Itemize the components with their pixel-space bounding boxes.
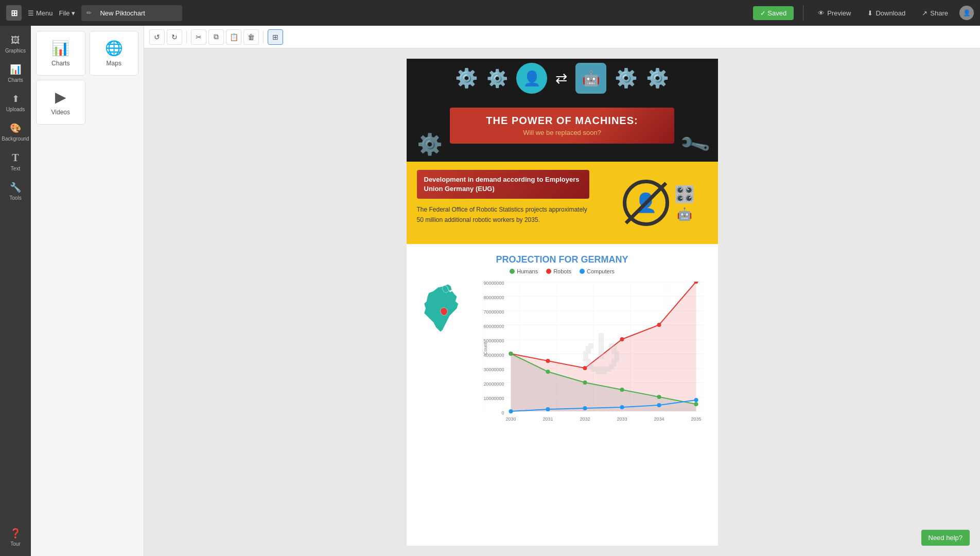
no-entry-icon: 👤	[623, 180, 669, 226]
svg-point-24	[509, 352, 513, 356]
legend-robots-dot	[546, 269, 551, 274]
title-banner: THE POWER OF MACHINES: Will we be replac…	[450, 108, 674, 144]
grid-button[interactable]: ⊞	[268, 29, 283, 45]
legend-humans-dot	[510, 269, 515, 274]
document-title-input[interactable]	[95, 7, 177, 19]
svg-point-22	[657, 323, 661, 327]
charts-icon: 📊	[10, 64, 21, 75]
svg-point-31	[546, 407, 550, 411]
infographic-header: ⚙️ ⚙️ 👤 ⇄ 🤖 ⚙️ ⚙️ THE POWER OF MACHINES:…	[407, 59, 718, 162]
robot-small-icon: 🤖	[677, 207, 692, 221]
tour-icon: ❓	[10, 528, 21, 539]
chart-legend: Humans Robots Computers	[417, 268, 708, 274]
wrench-icon: 🔧	[677, 128, 712, 162]
europe-map	[417, 282, 474, 428]
svg-point-30	[509, 409, 513, 413]
svg-point-33	[620, 405, 624, 409]
sidebar-item-graphics[interactable]: 🖼 Graphics	[1, 31, 30, 58]
svg-text:⏻: ⏻	[580, 332, 621, 378]
svg-point-19	[546, 359, 550, 363]
svg-point-35	[694, 398, 698, 402]
gear-icon-4: ⚙️	[646, 67, 669, 89]
panel-item-videos[interactable]: ▶ Videos	[36, 80, 85, 125]
sidebar-item-background[interactable]: 🎨 Background	[1, 118, 30, 146]
redo-button[interactable]: ↻	[167, 29, 182, 45]
svg-point-28	[657, 395, 661, 399]
svg-text:20000000: 20000000	[483, 381, 504, 387]
infographic-yellow-section: Development in demand according to Emplo…	[407, 162, 718, 244]
gear-icon-2: ⚙️	[486, 68, 508, 89]
panel-videos-icon: ▶	[55, 89, 66, 106]
need-help-button[interactable]: Need help?	[921, 530, 970, 546]
yellow-right: 👤 🎛️ 🤖	[600, 162, 718, 244]
gear-icon-3: ⚙️	[615, 67, 638, 89]
share-button[interactable]: ↗ Share	[917, 6, 953, 20]
uploads-icon: ⬆	[12, 93, 20, 105]
graphics-icon: 🖼	[11, 35, 20, 46]
svg-text:2033: 2033	[617, 416, 627, 422]
panel-item-charts[interactable]: 📊 Charts	[36, 31, 85, 76]
background-icon: 🎨	[10, 123, 21, 134]
sidebar: 🖼 Graphics 📊 Charts ⬆ Uploads 🎨 Backgrou…	[0, 26, 31, 556]
panel-grid: 📊 Charts 🌐 Maps ▶ Videos	[31, 26, 144, 130]
canvas-scroll[interactable]: ⚙️ ⚙️ 👤 ⇄ 🤖 ⚙️ ⚙️ THE POWER OF MACHINES:…	[144, 48, 980, 556]
sidebar-item-tour[interactable]: ❓ Tour	[1, 524, 30, 551]
sliders-icon: 🎛️	[674, 184, 695, 204]
infographic-chart-section: PROJECTION FOR GERMANY Humans Robots	[407, 244, 718, 438]
chart-svg: 90000000 80000000 70000000 60000000 5000…	[479, 282, 708, 426]
sidebar-item-charts[interactable]: 📊 Charts	[1, 60, 30, 87]
preview-button[interactable]: 👁 Preview	[813, 6, 856, 20]
topbar: ⊞ ☰ Menu File ▾ ✏ ✓ Saved 👁 Preview ⬇ Do…	[0, 0, 980, 26]
delete-button[interactable]: 🗑	[243, 29, 259, 45]
canvas-area: ↺ ↻ ✂ ⧉ 📋 🗑 ⊞ ⚙️ ⚙️ 👤 ⇄	[144, 26, 980, 556]
svg-text:Count: Count	[482, 342, 487, 355]
panel-maps-icon: 🌐	[105, 40, 123, 57]
toolbar: ↺ ↻ ✂ ⧉ 📋 🗑 ⊞	[144, 26, 980, 48]
svg-point-29	[694, 402, 698, 406]
arrows-icon: ⇄	[555, 70, 567, 87]
panel-charts-icon: 📊	[51, 40, 69, 57]
sidebar-item-tools[interactable]: 🔧 Tools	[1, 178, 30, 205]
legend-computers: Computers	[580, 268, 615, 274]
svg-text:80000000: 80000000	[483, 295, 504, 300]
chart-body: 90000000 80000000 70000000 60000000 5000…	[417, 282, 708, 428]
svg-point-32	[583, 406, 587, 410]
legend-humans: Humans	[510, 268, 538, 274]
svg-text:2035: 2035	[691, 416, 701, 422]
svg-text:60000000: 60000000	[483, 324, 504, 329]
sidebar-item-text[interactable]: T Text	[1, 148, 30, 176]
legend-computers-dot	[580, 269, 585, 274]
menu-button[interactable]: ☰ Menu	[28, 9, 53, 17]
panel-item-maps[interactable]: 🌐 Maps	[90, 31, 139, 76]
yellow-left: Development in demand according to Emplo…	[407, 162, 600, 244]
svg-text:70000000: 70000000	[483, 309, 504, 315]
saved-button[interactable]: ✓ Saved	[753, 6, 794, 20]
svg-point-27	[620, 388, 624, 392]
svg-text:90000000: 90000000	[483, 282, 504, 286]
avatar[interactable]: 👤	[959, 6, 974, 20]
text-icon: T	[12, 152, 19, 164]
copy-button[interactable]: ⧉	[208, 29, 224, 45]
line-chart: 90000000 80000000 70000000 60000000 5000…	[479, 282, 708, 428]
svg-text:2032: 2032	[580, 416, 590, 422]
svg-text:2034: 2034	[654, 416, 664, 422]
gear-icon-1: ⚙️	[455, 67, 478, 89]
svg-text:10000000: 10000000	[483, 396, 504, 401]
person-icon: 👤	[516, 63, 547, 94]
svg-point-26	[583, 380, 587, 385]
svg-text:30000000: 30000000	[483, 367, 504, 372]
robot-icon: 🤖	[575, 63, 606, 94]
paste-button[interactable]: 📋	[226, 29, 241, 45]
panel: 📊 Charts 🌐 Maps ▶ Videos	[31, 26, 144, 556]
undo-button[interactable]: ↺	[149, 29, 165, 45]
control-icons: 🎛️ 🤖	[674, 184, 695, 221]
legend-robots: Robots	[546, 268, 571, 274]
file-menu[interactable]: File ▾	[59, 9, 76, 17]
sidebar-item-uploads[interactable]: ⬆ Uploads	[1, 89, 30, 116]
svg-point-25	[546, 370, 550, 374]
svg-text:2031: 2031	[542, 416, 553, 422]
gear-bottom-icon: ⚙️	[417, 132, 443, 157]
svg-text:2030: 2030	[505, 416, 516, 422]
cut-button[interactable]: ✂	[191, 29, 206, 45]
download-button[interactable]: ⬇ Download	[862, 6, 911, 20]
